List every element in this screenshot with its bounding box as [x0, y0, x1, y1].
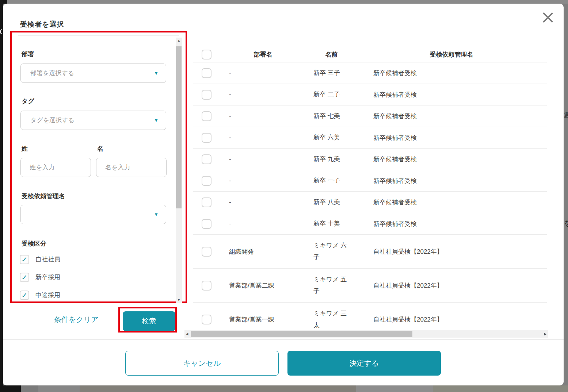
checkbox-checked-icon[interactable]: ✓ — [20, 273, 29, 282]
first-name-field[interactable] — [96, 158, 167, 177]
last-name-label: 姓 — [22, 145, 28, 153]
background-block — [356, 385, 433, 392]
select-all-checkbox[interactable] — [202, 50, 211, 59]
tag-select[interactable]: タグを選択する ▼ — [20, 111, 166, 130]
filter-scrollbar-thumb[interactable] — [176, 46, 182, 208]
scroll-down-icon[interactable]: ▼ — [176, 297, 182, 303]
cell-department: 営業部/営業一課 — [219, 303, 307, 330]
background-sidebar-edge — [0, 0, 3, 392]
cell-request: 新卒候補者受検 — [356, 170, 547, 191]
cell-department: - — [219, 149, 307, 170]
cell-request: 新卒候補者受検 — [356, 192, 547, 213]
exam-category-option[interactable]: ✓ 新卒採用 — [20, 268, 129, 286]
background-block — [433, 385, 568, 392]
exam-category-options: ✓ 自社社員 ✓ 新卒採用 ✓ 中途採用 — [20, 250, 129, 304]
request-name-select[interactable]: ▼ — [20, 205, 166, 224]
divider — [3, 339, 564, 340]
exam-category-option[interactable]: ✓ 中途採用 — [20, 286, 129, 304]
background-block — [80, 385, 356, 392]
row-checkbox[interactable] — [202, 197, 211, 207]
tag-label: タグ — [22, 97, 34, 105]
table-body: - 新卒 三子 新卒候補者受検 - 新卒 二子 新卒候補者受検 - 新卒 七美 … — [193, 62, 547, 330]
department-select[interactable]: 部署を選択する ▼ — [20, 64, 166, 83]
background-partial-glyph — [0, 29, 2, 35]
cell-department: 営業部/営業二課 — [219, 269, 307, 302]
header-department: 部署名 — [219, 47, 307, 62]
cell-request: 新卒候補者受検 — [356, 127, 547, 148]
checkbox-checked-icon[interactable]: ✓ — [20, 255, 29, 264]
chevron-down-icon: ▼ — [154, 71, 159, 76]
row-checkbox[interactable] — [202, 133, 211, 143]
row-checkbox[interactable] — [202, 68, 211, 78]
row-checkbox[interactable] — [202, 90, 211, 100]
row-checkbox[interactable] — [202, 154, 211, 164]
modal-title: 受検者を選択 — [20, 20, 64, 29]
row-checkbox[interactable] — [202, 111, 211, 121]
close-icon[interactable] — [541, 10, 555, 25]
row-checkbox[interactable] — [202, 219, 211, 229]
filter-scrollbar[interactable]: ▲ ▼ — [176, 38, 182, 303]
row-checkbox[interactable] — [202, 315, 211, 324]
search-highlight-box: 検索 — [118, 307, 177, 333]
table-row: - 新卒 十美 新卒候補者受検 — [193, 213, 547, 235]
exam-category-option-label: 自社社員 — [35, 255, 60, 264]
cell-department: - — [219, 213, 307, 234]
background-overlay-bottom — [0, 385, 568, 392]
clear-conditions-link[interactable]: 条件をクリア — [54, 315, 99, 324]
search-button[interactable]: 検索 — [123, 311, 175, 331]
checkbox-checked-icon[interactable]: ✓ — [20, 291, 29, 300]
exam-category-option[interactable]: ✓ 自社社員 — [20, 250, 129, 268]
chevron-down-icon: ▼ — [154, 118, 159, 123]
scroll-up-icon[interactable]: ▲ — [176, 38, 182, 43]
cell-request: 新卒候補者受検 — [356, 84, 547, 105]
filter-panel: 部署 部署を選択する ▼ タグ タグを選択する ▼ 姓 名 受検依頼管理名 ▼ … — [10, 31, 187, 303]
confirm-button[interactable]: 決定する — [287, 351, 441, 376]
chevron-down-icon: ▼ — [154, 212, 159, 217]
cell-name: 新卒 八美 — [307, 192, 356, 213]
cell-request: 新卒候補者受検 — [356, 149, 547, 170]
header-request: 受検依頼管理名 — [356, 47, 547, 62]
row-checkbox[interactable] — [202, 281, 211, 291]
cell-department: 組織開発 — [219, 235, 307, 268]
cell-request: 自社社員受検【2022年】 — [356, 269, 547, 302]
row-checkbox[interactable] — [202, 176, 211, 186]
row-checkbox[interactable] — [202, 247, 211, 257]
background-overlay-top — [0, 0, 568, 4]
table-row: - 新卒 三子 新卒候補者受検 — [193, 62, 547, 84]
cell-request: 自社社員受検【2022年】 — [356, 303, 547, 330]
cell-request: 新卒候補者受検 — [356, 105, 547, 127]
cell-name: 新卒 二子 — [307, 84, 356, 105]
exam-category-option-label: 中途採用 — [35, 291, 60, 299]
divider — [18, 35, 179, 36]
tag-placeholder: タグを選択する — [30, 116, 154, 124]
table-row: - 新卒 一子 新卒候補者受検 — [193, 170, 547, 192]
cancel-button[interactable]: キャンセル — [125, 351, 279, 376]
cell-request: 自社社員受検【2022年】 — [356, 235, 547, 268]
first-name-label: 名 — [97, 145, 103, 153]
table-scrollbar-thumb[interactable] — [191, 331, 412, 337]
last-name-field[interactable] — [20, 158, 91, 177]
background-block — [0, 385, 21, 392]
cell-department: - — [219, 105, 307, 127]
cell-department: - — [219, 192, 307, 213]
cell-name: 新卒 九美 — [307, 149, 356, 170]
cell-name: 新卒 七美 — [307, 105, 356, 127]
table-row: 営業部/営業二課 ミキワメ 五子 自社社員受検【2022年】 — [193, 269, 547, 303]
scroll-right-icon[interactable]: ▶ — [543, 330, 548, 338]
scroll-left-icon[interactable]: ◀ — [184, 330, 190, 338]
department-label: 部署 — [22, 50, 34, 58]
cell-department: - — [219, 170, 307, 191]
cell-name: ミキワメ 三太 — [307, 303, 356, 330]
cell-department: - — [219, 84, 307, 105]
page: 選 を 受検者を選択 部署 部署を選択する ▼ タグ タグを選択する ▼ 姓 名… — [0, 0, 568, 392]
select-examinee-modal: 受検者を選択 部署 部署を選択する ▼ タグ タグを選択する ▼ 姓 名 受検依… — [3, 4, 564, 385]
header-name: 名前 — [307, 47, 356, 62]
table-row: 営業部/営業一課 ミキワメ 三太 自社社員受検【2022年】 — [193, 303, 547, 330]
table-horizontal-scrollbar[interactable]: ◀ ▶ — [184, 330, 548, 338]
cell-name: ミキワメ 五子 — [307, 269, 356, 302]
table-row: - 新卒 九美 新卒候補者受検 — [193, 149, 547, 170]
request-name-label: 受検依頼管理名 — [22, 192, 65, 200]
cell-name: 新卒 三子 — [307, 62, 356, 84]
cell-department: - — [219, 127, 307, 148]
background-block — [38, 385, 80, 392]
